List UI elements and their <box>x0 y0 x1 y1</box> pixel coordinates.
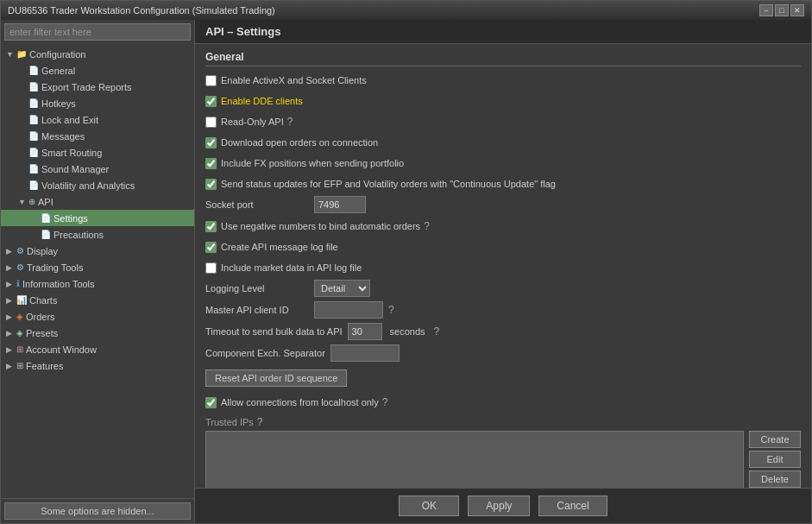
expand-icon: ▼ <box>6 50 15 59</box>
component-separator-input[interactable] <box>330 344 400 362</box>
enable-activex-checkbox[interactable] <box>205 75 217 86</box>
main-content: ▼ 📁 Configuration 📄 General 📄 Export Tra… <box>1 20 811 523</box>
logging-level-row: Logging Level Detail Error System Trace <box>205 280 801 297</box>
sidebar-item-sound-manager[interactable]: 📄 Sound Manager <box>1 161 194 177</box>
sidebar-item-trading-tools[interactable]: ▶ ⚙ Trading Tools <box>1 259 194 275</box>
hidden-options-button[interactable]: Some options are hidden... <box>4 502 191 520</box>
use-negative-checkbox[interactable] <box>205 221 217 232</box>
features-icon: ⊞ <box>16 361 23 370</box>
sidebar-item-display[interactable]: ▶ ⚙ Display <box>1 243 194 259</box>
enable-activex-label[interactable]: Enable ActiveX and Socket Clients <box>205 75 367 86</box>
include-fx-label[interactable]: Include FX positions when sending portfo… <box>205 158 404 169</box>
trusted-ips-section: Trusted IPs ? Create Edit Delete <box>205 416 801 488</box>
minimize-button[interactable]: − <box>759 4 773 16</box>
sidebar-item-label: Information Tools <box>22 279 95 289</box>
allow-localhost-label[interactable]: Allow connections from localhost only <box>205 397 379 408</box>
edit-ip-button[interactable]: Edit <box>749 451 801 468</box>
gear-icon: ⚙ <box>16 262 24 272</box>
allow-localhost-row: Allow connections from localhost only ? <box>205 394 801 411</box>
presets-icon: ◈ <box>16 328 23 338</box>
filter-input[interactable] <box>4 23 191 41</box>
create-api-log-label[interactable]: Create API message log file <box>205 242 338 253</box>
send-status-updates-checkbox[interactable] <box>205 179 217 190</box>
sidebar-item-api[interactable]: ▼ ⊕ API <box>1 193 194 210</box>
include-fx-row: Include FX positions when sending portfo… <box>205 155 801 172</box>
timeout-suffix: seconds <box>390 326 425 337</box>
sidebar-item-label: Sound Manager <box>41 164 109 174</box>
sidebar-item-label: Smart Routing <box>41 148 102 158</box>
sidebar-item-account-window[interactable]: ▶ ⊞ Account Window <box>1 341 194 357</box>
reset-api-button[interactable]: Reset API order ID sequence <box>205 369 347 387</box>
include-market-data-checkbox[interactable] <box>205 262 217 274</box>
chart-icon: 📊 <box>16 295 27 305</box>
logging-level-label: Logging Level <box>205 283 309 294</box>
sidebar-item-configuration[interactable]: ▼ 📁 Configuration <box>1 46 194 62</box>
sidebar-item-charts[interactable]: ▶ 📊 Charts <box>1 292 194 308</box>
sidebar-item-orders[interactable]: ▶ ◈ Orders <box>1 308 194 325</box>
enable-activex-text: Enable ActiveX and Socket Clients <box>221 75 367 85</box>
use-negative-text: Use negative numbers to bind automatic o… <box>221 221 420 231</box>
trusted-ips-list[interactable] <box>205 431 744 488</box>
read-only-api-row: Read-Only API ? <box>205 113 801 130</box>
orders-icon: ◈ <box>16 312 23 321</box>
sidebar-item-general[interactable]: 📄 General <box>1 62 194 79</box>
logging-level-select[interactable]: Detail Error System Trace <box>314 280 370 297</box>
panel-content: General Enable ActiveX and Socket Client… <box>195 44 811 488</box>
enable-dde-checkbox[interactable] <box>205 96 217 107</box>
delete-ip-button[interactable]: Delete <box>749 470 801 488</box>
enable-dde-label[interactable]: Enable DDE clients <box>205 96 303 107</box>
page-icon: 📄 <box>28 98 39 108</box>
include-fx-checkbox[interactable] <box>205 158 217 169</box>
create-api-log-row: Create API message log file <box>205 238 801 256</box>
sidebar-item-presets[interactable]: ▶ ◈ Presets <box>1 325 194 341</box>
page-icon: 📄 <box>28 131 39 141</box>
sidebar-item-export-trade-reports[interactable]: 📄 Export Trade Reports <box>1 79 194 95</box>
send-status-updates-text: Send status updates for EFP and Volatili… <box>221 179 556 189</box>
tree: ▼ 📁 Configuration 📄 General 📄 Export Tra… <box>1 44 194 498</box>
use-negative-label[interactable]: Use negative numbers to bind automatic o… <box>205 221 420 232</box>
sidebar-item-hotkeys[interactable]: 📄 Hotkeys <box>1 95 194 111</box>
download-open-orders-row: Download open orders on connection <box>205 134 801 151</box>
send-status-updates-label[interactable]: Send status updates for EFP and Volatili… <box>205 179 556 190</box>
sidebar-item-lock-and-exit[interactable]: 📄 Lock and Exit <box>1 111 194 128</box>
help-icon[interactable]: ? <box>388 304 394 316</box>
cancel-button[interactable]: Cancel <box>538 496 607 516</box>
help-icon[interactable]: ? <box>287 116 293 128</box>
read-only-api-label[interactable]: Read-Only API <box>205 117 284 128</box>
section-general: General <box>205 51 801 66</box>
timeout-input[interactable] <box>348 323 382 340</box>
sidebar-item-label: Export Trade Reports <box>41 82 132 92</box>
allow-localhost-checkbox[interactable] <box>205 397 217 408</box>
download-open-orders-checkbox[interactable] <box>205 137 217 148</box>
component-separator-label: Component Exch. Separator <box>205 348 325 358</box>
sidebar-item-precautions[interactable]: 📄 Precautions <box>1 226 194 243</box>
download-open-orders-label[interactable]: Download open orders on connection <box>205 137 378 148</box>
maximize-button[interactable]: □ <box>775 4 789 16</box>
ok-button[interactable]: OK <box>399 496 459 516</box>
sidebar-item-smart-routing[interactable]: 📄 Smart Routing <box>1 144 194 161</box>
create-ip-button[interactable]: Create <box>749 431 801 448</box>
title-bar: DU86536 Trader Workstation Configuration… <box>1 1 811 20</box>
socket-port-input[interactable] <box>314 196 366 213</box>
close-button[interactable]: ✕ <box>790 4 804 16</box>
sidebar-item-information-tools[interactable]: ▶ ℹ Information Tools <box>1 275 194 292</box>
trusted-ips-help-icon[interactable]: ? <box>257 416 263 428</box>
sidebar-item-volatility-analytics[interactable]: 📄 Volatility and Analytics <box>1 177 194 193</box>
help-icon[interactable]: ? <box>434 325 440 338</box>
read-only-api-checkbox[interactable] <box>205 117 217 128</box>
help-icon[interactable]: ? <box>382 396 388 408</box>
help-icon[interactable]: ? <box>424 220 430 232</box>
create-api-log-checkbox[interactable] <box>205 242 217 253</box>
master-api-input[interactable] <box>314 301 383 319</box>
page-icon: 📄 <box>28 82 39 92</box>
apply-button[interactable]: Apply <box>468 496 530 516</box>
sidebar-item-label: Hotkeys <box>41 98 76 109</box>
sidebar-item-settings[interactable]: 📄 Settings <box>1 210 194 226</box>
right-panel: API – Settings General Enable ActiveX an… <box>195 20 811 523</box>
api-icon: ⊕ <box>28 197 35 206</box>
sidebar-item-features[interactable]: ▶ ⊞ Features <box>1 357 194 374</box>
include-market-data-label[interactable]: Include market data in API log file <box>205 262 362 274</box>
sidebar-item-messages[interactable]: 📄 Messages <box>1 128 194 144</box>
create-api-log-text: Create API message log file <box>221 242 338 252</box>
master-api-row: Master API client ID ? <box>205 301 801 319</box>
